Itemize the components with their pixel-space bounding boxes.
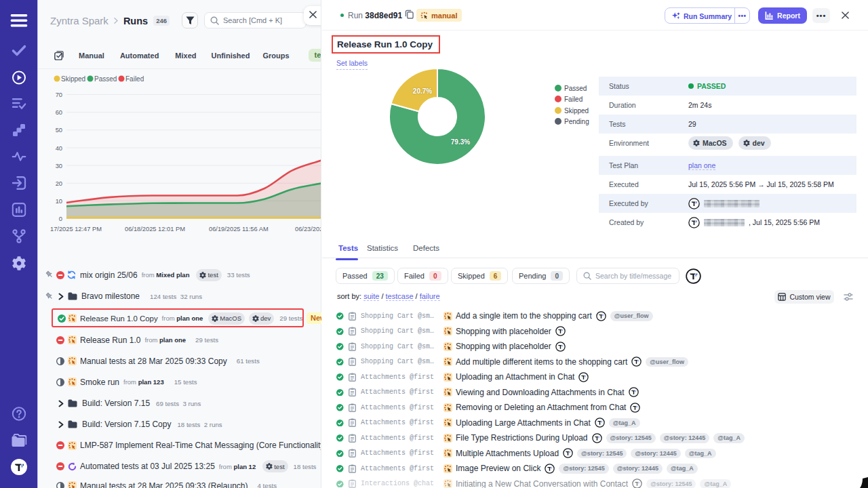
svg-text:40: 40 xyxy=(56,145,62,152)
svg-text:Skipped: Skipped xyxy=(61,75,85,83)
svg-text:20: 20 xyxy=(56,180,62,187)
svg-text:Failed: Failed xyxy=(125,75,144,83)
svg-text:30: 30 xyxy=(56,163,62,169)
svg-text:Passed: Passed xyxy=(94,75,117,83)
svg-text:10: 10 xyxy=(56,198,62,205)
svg-text:20.7%: 20.7% xyxy=(413,87,432,95)
svg-text:06/23/2025: 06/23/2025 xyxy=(295,226,321,232)
svg-text:0: 0 xyxy=(59,216,62,222)
svg-text:79.3%: 79.3% xyxy=(451,138,470,146)
svg-text:70: 70 xyxy=(56,92,62,98)
svg-text:60: 60 xyxy=(56,109,62,116)
svg-text:06/19/2025 11:56 AM: 06/19/2025 11:56 AM xyxy=(209,226,269,232)
svg-text:06/18/2025 12:01 PM: 06/18/2025 12:01 PM xyxy=(125,226,185,232)
svg-text:50: 50 xyxy=(56,127,62,134)
svg-text:17/2025 12:47 PM: 17/2025 12:47 PM xyxy=(50,226,102,232)
